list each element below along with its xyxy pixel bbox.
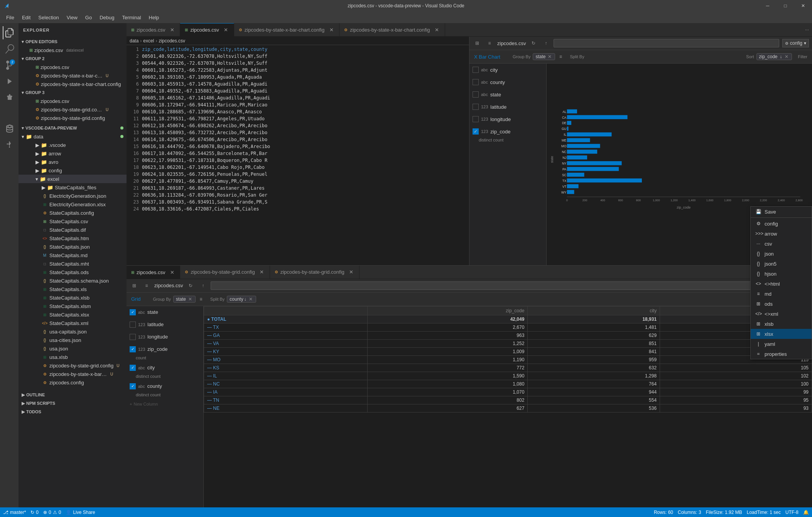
- open-editor-g3-3[interactable]: ⚙ zipcodes-by-state-grid.config: [19, 114, 127, 122]
- activity-database[interactable]: [3, 123, 16, 136]
- grid-col-state-check[interactable]: ✓: [130, 309, 136, 315]
- bottom-toolbar-list-icon[interactable]: ≡: [142, 281, 151, 290]
- group-by-settings[interactable]: ≡: [557, 54, 564, 60]
- status-loadtime[interactable]: LoadTime: 1 sec: [747, 510, 781, 515]
- file-electricitygeneration-json[interactable]: {} ElectricityGeneration.json: [19, 192, 127, 200]
- top-tab-bar-chart-config2[interactable]: ⚙ zipcodes-by-state-x-bar-chart.config ✕: [339, 23, 445, 37]
- tab-more-button[interactable]: ···: [802, 27, 812, 32]
- bottom-search-input[interactable]: [213, 283, 769, 288]
- file-statecapitals-xls[interactable]: ⊞ StateCapitals.xls: [19, 285, 127, 293]
- chart-search-input[interactable]: [556, 40, 777, 46]
- open-editor-g3-2[interactable]: ⚙ zipcodes-by-state-grid.config dat... U: [19, 105, 127, 114]
- csv-content[interactable]: 1zip_code,latitude,longitude,city,state,…: [127, 45, 469, 265]
- dropdown-ods[interactable]: ⊞ ods: [751, 299, 812, 309]
- file-statecapitals-schema-json[interactable]: {} StateCapitals.schema.json: [19, 276, 127, 285]
- menu-terminal[interactable]: Terminal: [119, 14, 144, 21]
- file-statecapitals-xlsb[interactable]: ⊞ StateCapitals.xlsb: [19, 293, 127, 302]
- toolbar-refresh-icon[interactable]: ↻: [529, 39, 538, 48]
- top-tab-zipcodes-csv1[interactable]: ⊞ zipcodes.csv ✕: [127, 23, 180, 37]
- status-filesize[interactable]: FileSize: 1.92 MB: [706, 510, 742, 515]
- file-statecapitals-xml[interactable]: </> StateCapitals.xml: [19, 319, 127, 327]
- close-button[interactable]: ✕: [794, 0, 812, 12]
- open-editor-g2-1[interactable]: ⊞ zipcodes.csv: [19, 63, 127, 71]
- grid-col-city[interactable]: ✓ abc city: [127, 362, 203, 374]
- col-county[interactable]: abc county: [469, 76, 546, 88]
- dropdown-arrow[interactable]: >>> arrow: [751, 229, 812, 239]
- col-city[interactable]: abc city: [469, 64, 546, 76]
- bottom-tab-zipcodes[interactable]: ⊞ zipcodes.csv ✕: [127, 266, 180, 279]
- dropdown-save[interactable]: 💾 Save: [751, 207, 812, 217]
- dropdown-csv[interactable]: ··· csv: [751, 239, 812, 249]
- bottom-search-box[interactable]: [211, 281, 772, 290]
- grid-col-county[interactable]: ✓ abc county: [127, 380, 203, 392]
- bottom-tab-grid-config2[interactable]: ⚙ zipcodes-by-state-grid.config ✕: [270, 266, 360, 279]
- sort-tag[interactable]: zip_code ↓ ✕: [756, 53, 792, 60]
- open-editor-g2-3[interactable]: ⚙ zipcodes-by-state-x-bar-chart.config: [19, 80, 127, 88]
- toolbar-list-icon[interactable]: ≡: [485, 39, 494, 48]
- activity-extensions[interactable]: [3, 91, 16, 104]
- grid-col-state[interactable]: ✓ abc state: [127, 306, 203, 318]
- bottom-tab-close1[interactable]: ✕: [169, 269, 175, 275]
- dropdown-json[interactable]: {} json: [751, 249, 812, 259]
- bottom-split-by-tag[interactable]: county ↓ ✕: [227, 296, 256, 303]
- col-longitude[interactable]: 123 longitude: [469, 113, 546, 125]
- tab-close3[interactable]: ✕: [328, 27, 334, 33]
- folder-data[interactable]: ▾ 📁 data: [19, 132, 127, 141]
- tab-close4[interactable]: ✕: [434, 27, 440, 33]
- file-statecapitals-ods[interactable]: ⊞ StateCapitals.ods: [19, 268, 127, 276]
- grid-th-zipcode[interactable]: zip_code: [368, 306, 528, 315]
- outline-header[interactable]: ▶ OUTLINE: [19, 391, 127, 399]
- col-zipcode-check[interactable]: ✓: [473, 128, 479, 135]
- bottom-group-settings[interactable]: ≡: [198, 296, 204, 302]
- open-editors-header[interactable]: ▾ OPEN EDITORS: [19, 37, 127, 46]
- file-statecapitals-xlsm[interactable]: ⊞ StateCapitals.xlsm: [19, 302, 127, 310]
- sort-remove[interactable]: ✕: [784, 54, 789, 59]
- bottom-toolbar-upload[interactable]: ↑: [198, 281, 208, 290]
- folder-statecapitals[interactable]: ▶ 📁 StateCapitals_files: [19, 183, 127, 192]
- group3-header[interactable]: ▾ GROUP 3: [19, 88, 127, 97]
- tab-close1[interactable]: ✕: [169, 27, 175, 33]
- maximize-button[interactable]: □: [777, 0, 794, 12]
- grid-col-longitude-check[interactable]: [130, 334, 136, 340]
- grid-col-longitude[interactable]: 123 longitude: [127, 331, 203, 343]
- bottom-toolbar-grid-icon[interactable]: ⊞: [130, 281, 139, 290]
- file-usa-xlsb[interactable]: ⊞ usa.xlsb: [19, 353, 127, 361]
- bottom-group-by-remove[interactable]: ✕: [187, 296, 193, 302]
- todos-header[interactable]: ▶ TODOS: [19, 408, 127, 416]
- open-editor-g2-2[interactable]: ⚙ zipcodes-by-state-x-bar-chart.con... U: [19, 71, 127, 80]
- file-electricitygeneration-xlsx[interactable]: ⊞ ElectricityGeneration.xlsx: [19, 200, 127, 209]
- dropdown-xlsx[interactable]: ⊞ xlsx: [751, 329, 812, 339]
- dropdown-xml[interactable]: </> <>xml: [751, 309, 812, 319]
- col-state-check[interactable]: [473, 91, 479, 98]
- dropdown-properties[interactable]: = properties: [751, 349, 812, 359]
- top-tab-bar-chart-config1[interactable]: ⚙ zipcodes-by-state-x-bar-chart.config ✕: [234, 23, 339, 37]
- top-tab-zipcodes-csv2[interactable]: ⊞ zipcodes.csv ✕: [180, 23, 234, 37]
- file-zipcodes-bar-config[interactable]: ⚙ zipcodes-by-state-x-bar-chart.con... U: [19, 370, 127, 378]
- tab-close2[interactable]: ✕: [223, 27, 229, 33]
- status-sync[interactable]: ↻ 0: [30, 510, 39, 515]
- file-statecapitals-json[interactable]: {} StateCapitals.json: [19, 243, 127, 251]
- status-notifications[interactable]: 🔔: [803, 510, 809, 515]
- vscode-data-preview-header[interactable]: ▾ VSCODE-DATA-PREVIEW: [19, 124, 127, 132]
- file-zipcodes-grid-config[interactable]: ⚙ zipcodes-by-state-grid.config U: [19, 361, 127, 370]
- col-latitude-check[interactable]: [473, 104, 479, 110]
- file-usa-json[interactable]: {} usa.json: [19, 344, 127, 353]
- file-statecapitals-mht[interactable]: □ StateCapitals.mht: [19, 259, 127, 268]
- file-zipcodes-config[interactable]: ⚙ zipcodes.config: [19, 378, 127, 387]
- dropdown-html[interactable]: <> <>html: [751, 279, 812, 289]
- dropdown-json5[interactable]: {} json5: [751, 259, 812, 269]
- file-statecapitals-csv[interactable]: ⊞ StateCapitals.csv: [19, 217, 127, 226]
- chart-config-select[interactable]: ⚙ config ▾: [782, 39, 809, 47]
- group2-header[interactable]: ▾ GROUP 2: [19, 54, 127, 63]
- folder-vscode[interactable]: ▶ 📁 .vscode: [19, 141, 127, 149]
- file-usa-capitals-json[interactable]: {} usa-capitals.json: [19, 327, 127, 336]
- menu-edit[interactable]: Edit: [19, 14, 34, 21]
- grid-col-latitude-check[interactable]: [130, 322, 136, 328]
- col-latitude[interactable]: 123 latitude: [469, 101, 546, 113]
- menu-view[interactable]: View: [64, 14, 81, 21]
- chart-search-box[interactable]: [554, 39, 779, 47]
- grid-col-latitude[interactable]: 123 latitude: [127, 318, 203, 331]
- status-columns[interactable]: Columns: 3: [678, 510, 701, 515]
- menu-file[interactable]: File: [3, 14, 17, 21]
- group-by-tag[interactable]: state ✕: [533, 53, 555, 60]
